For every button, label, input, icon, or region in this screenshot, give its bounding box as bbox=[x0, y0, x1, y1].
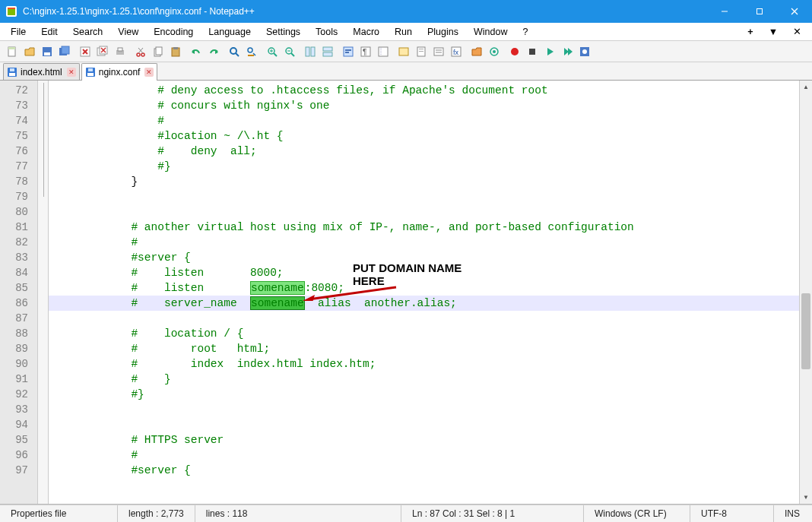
fold-cell[interactable] bbox=[38, 280, 48, 296]
stop-icon[interactable] bbox=[523, 43, 541, 60]
code-line[interactable] bbox=[49, 189, 799, 204]
code-line[interactable]: # bbox=[49, 235, 799, 250]
fold-cell[interactable] bbox=[38, 311, 48, 326]
code-line[interactable]: #server { bbox=[49, 463, 799, 478]
close-all-icon[interactable] bbox=[94, 43, 111, 60]
save-icon[interactable] bbox=[38, 43, 56, 60]
tab-index-html[interactable]: index.html ✕ bbox=[3, 63, 80, 80]
menu-plus[interactable]: + bbox=[740, 24, 760, 40]
code-line[interactable]: # bbox=[49, 448, 799, 463]
fold-cell[interactable] bbox=[38, 387, 48, 402]
vertical-scrollbar[interactable]: ▲ ▼ bbox=[799, 81, 812, 504]
all-chars-icon[interactable]: ¶ bbox=[357, 43, 374, 60]
fold-cell[interactable] bbox=[38, 372, 48, 387]
menu-search[interactable]: Search bbox=[65, 24, 111, 40]
save-macro-icon[interactable] bbox=[576, 43, 593, 60]
code-line[interactable]: # bbox=[49, 113, 799, 128]
scroll-up-icon[interactable]: ▲ bbox=[800, 81, 812, 93]
fold-cell[interactable] bbox=[38, 98, 48, 113]
code-line[interactable]: # listen 8000; bbox=[49, 265, 799, 280]
menu-language[interactable]: Language bbox=[201, 24, 259, 40]
find-icon[interactable] bbox=[225, 43, 243, 60]
fold-cell[interactable] bbox=[38, 463, 48, 478]
menu-tools[interactable]: Tools bbox=[308, 24, 345, 40]
fold-cell[interactable] bbox=[38, 128, 48, 144]
minimize-button[interactable] bbox=[707, 0, 742, 23]
menu-dropdown[interactable]: ▼ bbox=[761, 24, 785, 40]
fold-cell[interactable] bbox=[38, 432, 48, 448]
menu-settings[interactable]: Settings bbox=[259, 24, 308, 40]
menu-help[interactable]: ? bbox=[515, 24, 535, 40]
fold-cell[interactable] bbox=[38, 113, 48, 128]
code-line[interactable]: # HTTPS server bbox=[49, 432, 799, 448]
fold-cell[interactable] bbox=[38, 265, 48, 280]
code-line[interactable]: # deny access to .htaccess files, if Apa… bbox=[49, 83, 799, 98]
func-list-icon[interactable]: fx bbox=[447, 43, 465, 60]
menu-run[interactable]: Run bbox=[387, 24, 420, 40]
menu-close-x[interactable]: ✕ bbox=[785, 24, 809, 40]
code-line[interactable]: #server { bbox=[49, 250, 799, 265]
code-line[interactable]: # index index.html index.htm; bbox=[49, 356, 799, 372]
open-file-icon[interactable] bbox=[21, 43, 38, 60]
code-area[interactable]: PUT DOMAIN NAME HERE # deny access to .h… bbox=[49, 81, 799, 504]
fold-cell[interactable] bbox=[38, 250, 48, 265]
sync-h-icon[interactable] bbox=[319, 43, 336, 60]
indent-guide-icon[interactable] bbox=[374, 43, 392, 60]
fold-cell[interactable] bbox=[38, 159, 48, 174]
fold-cell[interactable] bbox=[38, 174, 48, 189]
menu-file[interactable]: File bbox=[3, 24, 33, 40]
code-line[interactable]: # listen somename:8080; bbox=[49, 280, 799, 296]
cut-icon[interactable] bbox=[132, 43, 149, 60]
code-line[interactable] bbox=[49, 311, 799, 326]
menu-edit[interactable]: Edit bbox=[33, 24, 65, 40]
close-window-button[interactable] bbox=[777, 0, 812, 23]
new-file-icon[interactable] bbox=[3, 43, 21, 60]
fold-cell[interactable] bbox=[38, 189, 48, 204]
copy-icon[interactable] bbox=[149, 43, 167, 60]
code-line[interactable]: } bbox=[49, 174, 799, 189]
redo-icon[interactable] bbox=[205, 43, 222, 60]
paste-icon[interactable] bbox=[167, 43, 184, 60]
code-line[interactable] bbox=[49, 417, 799, 432]
fold-cell[interactable] bbox=[38, 204, 48, 220]
fold-cell[interactable] bbox=[38, 235, 48, 250]
code-line[interactable]: # server_name somename alias another.ali… bbox=[49, 296, 799, 311]
code-line[interactable]: # deny all; bbox=[49, 144, 799, 159]
scroll-thumb[interactable] bbox=[801, 293, 810, 369]
fold-cell[interactable] bbox=[38, 83, 48, 98]
replace-icon[interactable] bbox=[243, 43, 260, 60]
code-line[interactable] bbox=[49, 402, 799, 417]
code-line[interactable]: # another virtual host using mix of IP-,… bbox=[49, 220, 799, 235]
code-line[interactable] bbox=[49, 204, 799, 220]
close-icon[interactable] bbox=[76, 43, 94, 60]
fold-cell[interactable] bbox=[38, 326, 48, 341]
doc-map-icon[interactable] bbox=[412, 43, 430, 60]
code-line[interactable]: # root html; bbox=[49, 341, 799, 356]
maximize-button[interactable] bbox=[742, 0, 777, 23]
fold-cell[interactable] bbox=[38, 341, 48, 356]
play-icon[interactable] bbox=[541, 43, 558, 60]
sync-v-icon[interactable] bbox=[301, 43, 319, 60]
code-line[interactable]: # } bbox=[49, 372, 799, 387]
tab-nginx-conf[interactable]: nginx.conf ✕ bbox=[81, 63, 158, 81]
fold-cell[interactable] bbox=[38, 417, 48, 432]
word-wrap-icon[interactable] bbox=[339, 43, 357, 60]
lang-icon[interactable] bbox=[395, 43, 412, 60]
folder-icon[interactable] bbox=[468, 43, 485, 60]
fold-cell[interactable] bbox=[38, 144, 48, 159]
code-line[interactable]: #} bbox=[49, 387, 799, 402]
monitor-icon[interactable] bbox=[485, 43, 503, 60]
undo-icon[interactable] bbox=[187, 43, 205, 60]
menu-macro[interactable]: Macro bbox=[345, 24, 387, 40]
code-line[interactable]: #} bbox=[49, 159, 799, 174]
code-line[interactable]: # location / { bbox=[49, 326, 799, 341]
tab-close-icon[interactable]: ✕ bbox=[144, 68, 154, 77]
print-icon[interactable] bbox=[111, 43, 128, 60]
menu-window[interactable]: Window bbox=[466, 24, 515, 40]
zoom-in-icon[interactable] bbox=[263, 43, 281, 60]
menu-encoding[interactable]: Encoding bbox=[146, 24, 201, 40]
menu-plugins[interactable]: Plugins bbox=[420, 24, 466, 40]
code-line[interactable]: # concurs with nginx's one bbox=[49, 98, 799, 113]
tab-close-icon[interactable]: ✕ bbox=[67, 68, 76, 77]
zoom-out-icon[interactable] bbox=[281, 43, 298, 60]
